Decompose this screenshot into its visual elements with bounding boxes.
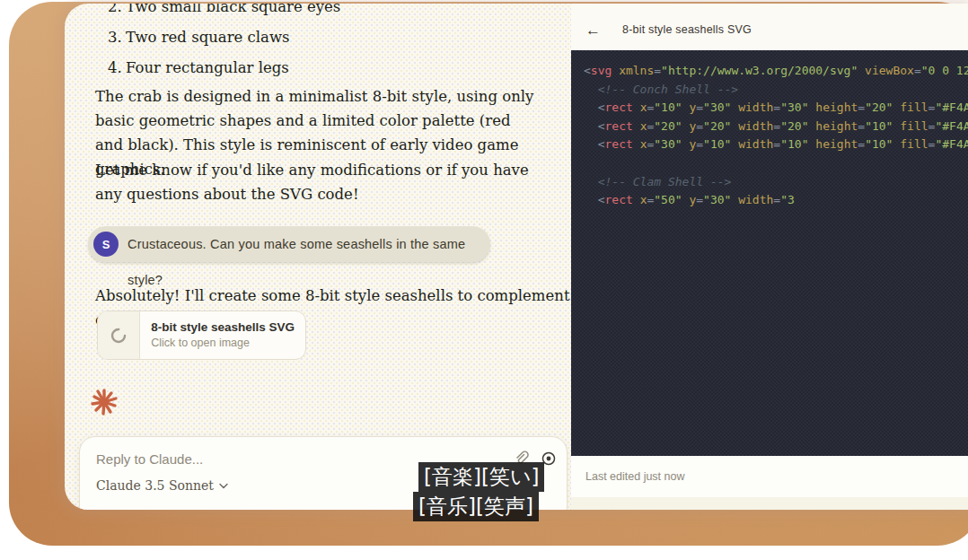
list-text: Two red square claws — [126, 28, 290, 48]
assistant-paragraph: Let me know if you'd like any modificati… — [95, 158, 537, 206]
list-item-4: 4. Four rectangular legs — [108, 58, 289, 78]
artifact-panel-header: ← 8-bit style seashells SVG — [571, 9, 968, 50]
code-line: <!-- Conch Shell --> — [584, 81, 968, 100]
code-line: <rect x="50" y="30" width="3 — [584, 191, 968, 210]
list-number: 3. — [108, 28, 126, 48]
loading-spinner-icon — [110, 327, 128, 345]
list-item-3: 3. Two red square claws — [108, 28, 290, 48]
code-line: <rect x="20" y="20" width="20" height="1… — [584, 118, 968, 136]
artifact-card-thumbnail — [98, 311, 140, 359]
list-number: 4. — [108, 58, 126, 78]
subtitle-line-1: [音楽][笑い] — [418, 462, 544, 492]
code-line — [584, 154, 968, 173]
artifact-card-subtitle: Click to open image — [151, 337, 295, 349]
user-message-bubble: S Crustaceous. Can you make some seashel… — [88, 226, 490, 262]
user-avatar: S — [93, 232, 119, 257]
list-text: Two small black square eyes — [126, 4, 340, 17]
code-line: <rect x="10" y="30" width="30" height="2… — [584, 99, 968, 118]
code-line: <svg xmlns="http://www.w3.org/2000/svg" … — [584, 62, 968, 81]
list-text: Four rectangular legs — [126, 58, 289, 78]
code-line: <!-- Clam Shell --> — [584, 173, 968, 192]
list-number: 2. — [108, 4, 126, 17]
panel-below-strip — [571, 497, 968, 510]
subtitle-line-2: [音乐][笑声] — [413, 492, 539, 521]
reply-input[interactable]: Reply to Claude... — [96, 451, 203, 467]
code-block: <svg xmlns="http://www.w3.org/2000/svg" … — [584, 62, 968, 210]
code-editor[interactable]: <svg xmlns="http://www.w3.org/2000/svg" … — [571, 50, 968, 456]
artifact-card-title: 8-bit style seashells SVG — [151, 320, 295, 334]
list-item-2: 2. Two small black square eyes — [108, 4, 340, 17]
claude-spark-icon — [86, 384, 122, 420]
video-stage: 2. Two small black square eyes 3. Two re… — [0, 0, 968, 560]
artifact-card[interactable]: 8-bit style seashells SVG Click to open … — [97, 311, 306, 360]
chevron-down-icon — [219, 483, 228, 489]
claude-app-window: 2. Two small black square eyes 3. Two re… — [65, 4, 968, 510]
back-arrow-icon[interactable]: ← — [585, 22, 601, 38]
model-selector[interactable]: Claude 3.5 Sonnet — [96, 478, 228, 493]
artifact-panel-footer: Last edited just now — [571, 456, 968, 497]
artifact-panel: ← 8-bit style seashells SVG <svg xmlns="… — [571, 4, 968, 510]
last-edited-status: Last edited just now — [585, 470, 685, 483]
model-name: Claude 3.5 Sonnet — [96, 478, 214, 493]
artifact-panel-title: 8-bit style seashells SVG — [622, 23, 752, 36]
code-line: <rect x="30" y="10" width="10" height="1… — [584, 136, 968, 154]
